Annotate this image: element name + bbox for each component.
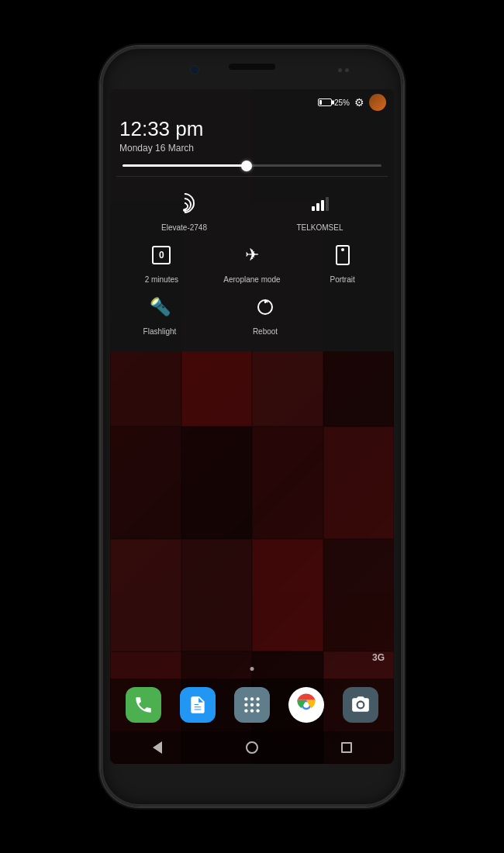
navigation-bar xyxy=(110,731,394,764)
sensors xyxy=(338,68,349,72)
dock-phone-app[interactable] xyxy=(126,687,161,723)
time-date-block: 12:33 pm Monday 16 March xyxy=(110,114,394,161)
signal-bar-3 xyxy=(321,200,324,211)
battery-icon xyxy=(318,98,332,106)
timeout-icon: 0 xyxy=(152,246,171,264)
svg-point-2 xyxy=(250,697,254,700)
airplane-icon-wrap: ✈ xyxy=(235,238,269,272)
brightness-thumb[interactable] xyxy=(241,161,252,171)
dock-chrome-app[interactable] xyxy=(288,687,324,723)
portrait-icon-wrap xyxy=(326,238,360,272)
qs-reboot[interactable]: Reboot xyxy=(234,290,296,336)
network-indicator: 3G xyxy=(372,652,385,663)
qs-timeout-label: 2 minutes xyxy=(145,275,178,284)
speaker xyxy=(229,64,275,70)
qs-timeout[interactable]: 0 2 minutes xyxy=(130,238,192,284)
notification-shade: 25% ⚙ 12:33 pm Monday 16 March xyxy=(110,89,394,351)
dock-docs-app[interactable] xyxy=(180,687,216,723)
airplane-icon: ✈ xyxy=(245,245,259,265)
divider-1 xyxy=(116,176,388,177)
reboot-icon xyxy=(256,298,274,316)
front-camera xyxy=(190,65,199,74)
qs-wifi[interactable]: Elevate-2748 xyxy=(154,186,216,232)
battery-percent: 25% xyxy=(334,98,350,107)
svg-point-3 xyxy=(256,697,259,700)
back-button[interactable] xyxy=(142,732,173,763)
page-dot xyxy=(250,667,254,671)
qs-flashlight-label: Flashlight xyxy=(143,327,177,336)
home-icon xyxy=(246,741,258,754)
signal-icon-wrap xyxy=(303,186,337,220)
svg-point-7 xyxy=(244,709,247,712)
qs-flashlight[interactable]: 🔦 Flashlight xyxy=(129,290,191,336)
app-dock xyxy=(110,679,394,731)
avatar[interactable] xyxy=(369,94,386,111)
home-button[interactable] xyxy=(236,732,268,763)
flashlight-icon-wrap: 🔦 xyxy=(143,290,177,324)
wifi-icon-wrap xyxy=(167,186,202,220)
battery-indicator: 25% xyxy=(318,98,350,107)
back-icon xyxy=(153,741,162,754)
qs-wifi-label: Elevate-2748 xyxy=(161,223,207,232)
phone-device: 3G 25% ⚙ 12:33 pm Monday 16 March xyxy=(101,47,403,806)
flashlight-icon: 🔦 xyxy=(150,297,171,317)
wifi-dot xyxy=(183,209,186,212)
qs-row-3: 🔦 Flashlight Reboot xyxy=(116,290,388,336)
qs-airplane[interactable]: ✈ Aeroplane mode xyxy=(221,238,283,284)
svg-point-8 xyxy=(250,709,254,712)
svg-point-6 xyxy=(256,703,259,706)
qs-portrait-label: Portrait xyxy=(330,275,355,284)
svg-point-5 xyxy=(250,703,254,706)
status-bar: 25% ⚙ xyxy=(110,89,394,114)
signal-bar-4 xyxy=(326,197,329,211)
portrait-icon xyxy=(336,245,350,265)
qs-row-1: Elevate-2748 TELKOMSEL xyxy=(116,186,388,232)
time-display: 12:33 pm xyxy=(119,117,385,141)
quick-settings-panel: Elevate-2748 TELKOMSEL xyxy=(110,183,394,345)
qs-signal[interactable]: TELKOMSEL xyxy=(289,186,351,232)
page-indicator xyxy=(250,667,254,671)
brightness-track[interactable] xyxy=(123,164,381,167)
signal-bar-2 xyxy=(316,203,319,211)
settings-gear-icon[interactable]: ⚙ xyxy=(354,96,364,109)
signal-bar-1 xyxy=(312,206,315,211)
svg-point-1 xyxy=(244,697,247,700)
svg-point-9 xyxy=(256,709,259,712)
dock-launcher-app[interactable] xyxy=(234,687,270,723)
timeout-icon-wrap: 0 xyxy=(144,238,178,272)
qs-airplane-label: Aeroplane mode xyxy=(223,275,280,284)
qs-signal-label: TELKOMSEL xyxy=(296,223,343,232)
qs-portrait[interactable]: Portrait xyxy=(312,238,374,284)
battery-fill xyxy=(319,100,323,105)
recents-button[interactable] xyxy=(331,732,362,763)
qs-row-2: 0 2 minutes ✈ Aeroplane mode xyxy=(116,238,388,284)
date-display: Monday 16 March xyxy=(119,143,385,154)
brightness-fill xyxy=(123,164,247,167)
svg-point-13 xyxy=(358,703,364,708)
dock-camera-app[interactable] xyxy=(343,687,378,723)
wifi-icon xyxy=(174,195,195,212)
reboot-icon-wrap xyxy=(248,290,282,324)
brightness-slider[interactable] xyxy=(110,161,394,174)
signal-icon xyxy=(312,195,329,211)
svg-point-4 xyxy=(244,703,247,706)
screen: 3G 25% ⚙ 12:33 pm Monday 16 March xyxy=(110,89,394,764)
recents-icon xyxy=(341,742,352,753)
qs-reboot-label: Reboot xyxy=(253,327,278,336)
